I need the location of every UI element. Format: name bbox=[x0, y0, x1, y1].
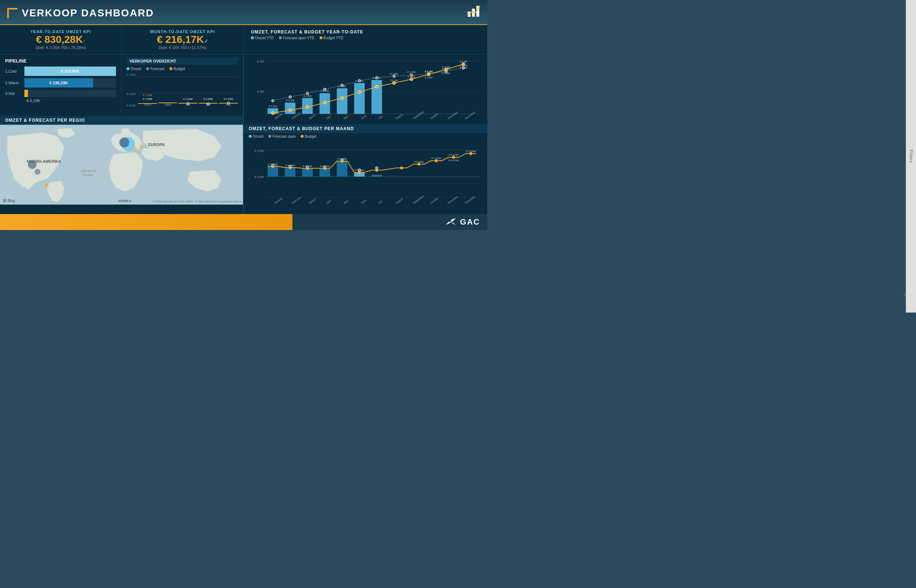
verkoper-bar-spi: € 0,26M SPI bbox=[199, 102, 218, 107]
svg-rect-112 bbox=[337, 161, 347, 176]
svg-point-61 bbox=[271, 111, 274, 115]
map-credits: © 2020 TomTom © 2020 HERE, © 2020 Micros… bbox=[153, 200, 241, 203]
svg-text:€ 0.8M: € 0.8M bbox=[442, 72, 450, 74]
svg-point-51 bbox=[306, 92, 309, 95]
svg-text:€ 2M: € 2M bbox=[257, 60, 264, 63]
svg-text:Oceaan: Oceaan bbox=[82, 173, 94, 177]
map-content: NOORD-AMERIKA EUROPA Atlantische Oceaan … bbox=[0, 124, 243, 205]
page-title: VERKOOP DASHBOARD bbox=[22, 7, 154, 19]
svg-point-49 bbox=[272, 99, 274, 102]
left-column: PIPELINE 1.Cold € 319,90K 2.Warm € 238,3… bbox=[0, 55, 244, 214]
svg-text:€ 0,5M: € 0,5M bbox=[254, 149, 264, 153]
kpi-ytd: YEAR-TO-DATE OMZET KPI € 830,28K↑ Doel: … bbox=[0, 25, 122, 54]
ytd-chart-section: € 2M € 0M January February March April M… bbox=[244, 55, 487, 124]
map-section-header: OMZET & FORECAST PER REGIO bbox=[0, 116, 243, 124]
svg-point-68 bbox=[393, 81, 396, 84]
svg-point-11 bbox=[139, 144, 143, 148]
kpi-mtd-value: € 216,17K✓ bbox=[129, 34, 236, 45]
svg-point-9 bbox=[119, 137, 129, 147]
svg-text:€ 0.4M: € 0.4M bbox=[390, 79, 398, 82]
ytd-chart-title: OMZET, FORECAST & BUDGET YEAR-TO-DATE bbox=[251, 29, 480, 34]
kpi-row: YEAR-TO-DATE OMZET KPI € 830,28K↑ Doel: … bbox=[0, 25, 487, 55]
svg-text:€ 3.4M: € 3.4M bbox=[459, 64, 467, 67]
svg-point-70 bbox=[427, 73, 430, 76]
maand-chart: € 0,5M € 0,0M January February March Apr… bbox=[244, 142, 487, 214]
svg-text:€ 0.8M: € 0.8M bbox=[425, 76, 433, 79]
kpi-ytd-sub: Doel: € 3.359.750 (-75.29%) bbox=[7, 45, 114, 50]
svg-point-130 bbox=[289, 165, 291, 168]
header: VERKOOP DASHBOARD bbox=[0, 0, 487, 25]
verkoper-bar-hd: € 0,53M HD bbox=[219, 102, 238, 107]
svg-point-133 bbox=[341, 159, 343, 162]
svg-rect-104 bbox=[268, 166, 278, 177]
dashboard-icon bbox=[467, 5, 480, 21]
maand-legend: Omzet Forecast open Budget bbox=[244, 133, 487, 140]
svg-point-131 bbox=[306, 166, 309, 168]
svg-text:€ 0,0M: € 0,0M bbox=[254, 176, 264, 179]
svg-point-55 bbox=[375, 76, 378, 79]
svg-text:€ 0.32M: € 0.32M bbox=[432, 157, 441, 160]
svg-point-65 bbox=[341, 97, 344, 100]
pipeline-label-cold: 1.Cold bbox=[5, 69, 21, 73]
svg-point-132 bbox=[324, 166, 326, 168]
kpi-mtd: MONTH-TO-DATE OMZET KPI € 216,17K✓ Doel:… bbox=[122, 25, 244, 54]
ytd-chart-legend: Omzet YTD Forecast open YTD Budget YTD bbox=[251, 36, 480, 40]
svg-point-7 bbox=[44, 183, 49, 187]
svg-point-63 bbox=[306, 106, 309, 109]
verkoper-header: VERKOPER OVERZICHT bbox=[126, 57, 238, 65]
kpi-mtd-sub: Doel: € 193.750 (+11.57%) bbox=[129, 45, 236, 50]
header-corner-decoration bbox=[7, 8, 18, 18]
maand-chart-svg: € 0,5M € 0,0M January February March Apr… bbox=[249, 144, 482, 213]
pipeline-label-warm: 2.Warm bbox=[5, 81, 21, 85]
svg-text:€ 0.69M: € 0.69M bbox=[466, 150, 476, 153]
pipeline-label-hot: 3.Hot bbox=[5, 91, 21, 95]
verkoper-bar-cko: € 1,19M € 1,05M CKO bbox=[138, 102, 157, 107]
svg-rect-40 bbox=[354, 83, 365, 114]
bing-logo: ⊞ Bing bbox=[3, 198, 15, 203]
pipeline-section: PIPELINE 1.Cold € 319,90K 2.Warm € 238,3… bbox=[0, 55, 121, 116]
svg-point-135 bbox=[375, 166, 378, 169]
kpi-ytd-chart-header: OMZET, FORECAST & BUDGET YEAR-TO-DATE Om… bbox=[244, 25, 487, 54]
map-svg: NOORD-AMERIKA EUROPA Atlantische Oceaan … bbox=[0, 124, 243, 205]
verkoper-bar-tws: TWS bbox=[159, 102, 178, 107]
svg-text:€ 0.2M: € 0.2M bbox=[269, 105, 277, 108]
svg-text:€ 2.2M: € 2.2M bbox=[425, 70, 433, 73]
verkoper-section: VERKOPER OVERZICHT Omzet Forecast Budget… bbox=[121, 55, 243, 116]
svg-text:€ 0.4M: € 0.4M bbox=[408, 76, 415, 78]
svg-point-6 bbox=[34, 169, 40, 175]
svg-point-50 bbox=[289, 95, 291, 98]
svg-point-69 bbox=[410, 78, 413, 81]
gac-logo: GAC bbox=[445, 217, 480, 227]
svg-point-64 bbox=[323, 101, 326, 104]
svg-point-52 bbox=[324, 88, 326, 90]
svg-text:AFRIKA: AFRIKA bbox=[118, 199, 131, 203]
svg-point-53 bbox=[341, 84, 343, 87]
svg-point-129 bbox=[272, 164, 274, 166]
svg-text:Atlantische: Atlantische bbox=[80, 169, 96, 173]
maand-section-header: OMZET, FORECAST & BUDGET PER MAAND bbox=[244, 124, 487, 133]
kpi-ytd-label: YEAR-TO-DATE OMZET KPI bbox=[7, 29, 114, 34]
right-column: € 2M € 0M January February March April M… bbox=[244, 55, 487, 214]
svg-text:€ 1.5M: € 1.5M bbox=[390, 72, 398, 76]
ytd-chart-svg: € 2M € 0M January February March April M… bbox=[249, 57, 482, 122]
main-content: PIPELINE 1.Cold € 319,90K 2.Warm € 238,3… bbox=[0, 55, 487, 214]
kpi-mtd-label: MONTH-TO-DATE OMZET KPI bbox=[129, 29, 236, 34]
svg-text:NOORD-AMERIKA: NOORD-AMERIKA bbox=[27, 159, 61, 163]
svg-point-134 bbox=[358, 169, 361, 171]
svg-text:EUROPA: EUROPA bbox=[148, 142, 165, 147]
footer: GAC bbox=[0, 214, 487, 230]
svg-rect-39 bbox=[337, 88, 347, 114]
svg-text:€ 0.37M: € 0.37M bbox=[449, 153, 458, 157]
svg-text:€ 0.4M: € 0.4M bbox=[286, 99, 294, 102]
svg-rect-36 bbox=[285, 102, 295, 114]
svg-point-62 bbox=[289, 109, 291, 111]
svg-text:€ 2.7M: € 2.7M bbox=[442, 67, 450, 71]
map-section: OMZET & FORECAST PER REGIO bbox=[0, 116, 243, 214]
svg-rect-116 bbox=[372, 175, 382, 177]
verkoper-bar-ks: € 0,34M KS bbox=[178, 102, 197, 107]
svg-text:€ 0M: € 0M bbox=[257, 90, 264, 94]
svg-point-67 bbox=[375, 86, 378, 88]
svg-point-10 bbox=[133, 147, 137, 151]
svg-text:€ 0.25M: € 0.25M bbox=[414, 160, 424, 163]
svg-point-54 bbox=[358, 79, 361, 82]
